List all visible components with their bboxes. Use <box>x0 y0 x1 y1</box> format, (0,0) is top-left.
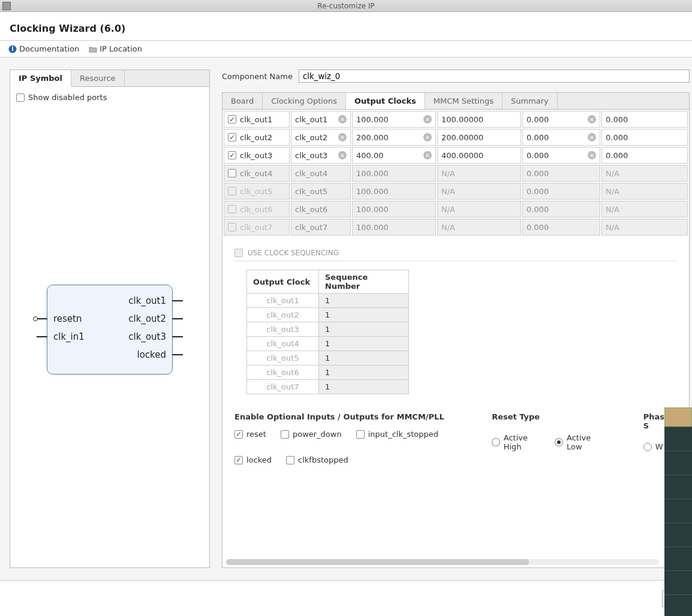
clk-actual-freq: N/A <box>441 169 455 178</box>
clear-icon[interactable]: ✕ <box>423 151 432 159</box>
optional-io-title: Enable Optional Inputs / Outputs for MMC… <box>234 412 456 421</box>
reset-label: reset <box>246 430 266 439</box>
clk-enable-checkbox <box>228 187 236 195</box>
tab-summary[interactable]: Summary <box>503 93 558 109</box>
clk-req-freq[interactable]: 400.00 <box>356 151 384 160</box>
output-clocks-table: clk_out1 clk_out1✕ 100.000✕ 100.00000 0.… <box>222 110 689 237</box>
component-name-input[interactable] <box>299 70 690 83</box>
clk-port[interactable]: clk_out1 <box>295 115 327 124</box>
clk-name: clk_out6 <box>240 205 272 214</box>
clk-duty: 0.000 <box>606 115 628 124</box>
show-disabled-ports-checkbox[interactable] <box>16 93 25 102</box>
clkfbstopped-checkbox[interactable] <box>286 456 294 464</box>
clk-actual-freq: 100.00000 <box>441 115 483 124</box>
seq-number: 1 <box>319 308 409 322</box>
active-high-label: Active High <box>504 433 547 451</box>
tab-board[interactable]: Board <box>222 93 263 109</box>
symbol-port-clk-out1: clk_out1 <box>128 295 166 306</box>
seq-clock-name: clk_out1 <box>247 294 319 308</box>
active-low-radio[interactable] <box>555 438 563 446</box>
active-high-radio[interactable] <box>492 438 500 446</box>
clear-icon[interactable]: ✕ <box>423 115 432 123</box>
clk-phase[interactable]: 0.000 <box>526 115 549 124</box>
tab-ip-symbol[interactable]: IP Symbol <box>10 70 71 87</box>
use-clock-sequencing-checkbox <box>234 249 243 257</box>
symbol-port-resetn: resetn <box>53 313 82 324</box>
phase-w-label: W <box>655 442 663 451</box>
tab-resource[interactable]: Resource <box>71 70 125 86</box>
config-tabs: Board Clocking Options Output Clocks MMC… <box>222 92 690 109</box>
clk-req-freq[interactable]: 200.000 <box>356 133 389 142</box>
svg-text:i: i <box>11 46 13 52</box>
power-down-checkbox[interactable] <box>281 430 289 439</box>
phase-w-radio[interactable] <box>643 443 652 451</box>
clear-icon[interactable]: ✕ <box>423 133 432 141</box>
clk-phase: 0.000 <box>526 223 549 232</box>
side-dock <box>664 407 692 616</box>
seq-number: 1 <box>319 380 409 394</box>
seq-number: 1 <box>319 366 409 380</box>
clk-name: clk_out1 <box>240 115 272 124</box>
clk-phase[interactable]: 0.000 <box>526 151 549 160</box>
clk-actual-freq: 400.00000 <box>441 151 483 160</box>
symbol-port-clk-in1: clk_in1 <box>53 331 85 342</box>
reset-checkbox[interactable] <box>234 430 243 439</box>
clk-req-freq: 100.000 <box>356 187 389 196</box>
clk-actual-freq: N/A <box>441 223 455 232</box>
dialog-footer: O <box>0 580 692 616</box>
clk-actual-freq: N/A <box>441 187 455 196</box>
clk-enable-checkbox[interactable] <box>228 115 236 123</box>
seq-number: 1 <box>319 322 409 337</box>
power-down-label: power_down <box>293 430 342 439</box>
info-icon: i <box>8 45 17 53</box>
clear-icon[interactable]: ✕ <box>588 115 596 123</box>
seq-number: 1 <box>319 294 409 308</box>
symbol-port-clk-out2: clk_out2 <box>128 313 166 324</box>
clear-icon[interactable]: ✕ <box>338 151 347 159</box>
seq-clock-name: clk_out7 <box>247 380 319 394</box>
clk-port: clk_out6 <box>295 205 327 214</box>
clk-duty: N/A <box>606 187 619 196</box>
clk-enable-checkbox[interactable] <box>228 169 236 177</box>
clk-name: clk_out7 <box>240 223 272 232</box>
seq-clock-name: clk_out2 <box>247 308 319 322</box>
tab-output-clocks[interactable]: Output Clocks <box>346 93 425 110</box>
input-clk-stopped-label: input_clk_stopped <box>368 430 438 439</box>
seq-clock-name: clk_out6 <box>247 366 319 380</box>
seq-number: 1 <box>319 351 409 366</box>
component-name-label: Component Name <box>222 72 293 81</box>
horizontal-scrollbar[interactable] <box>226 559 659 565</box>
seq-col-output-clock: Output Clock <box>247 270 319 294</box>
clk-port[interactable]: clk_out3 <box>295 151 327 160</box>
clear-icon[interactable]: ✕ <box>338 115 347 123</box>
clk-port[interactable]: clk_out2 <box>295 133 327 142</box>
clk-port: clk_out4 <box>295 169 327 178</box>
toolbar: i Documentation IP Location <box>0 41 692 58</box>
tab-clocking-options[interactable]: Clocking Options <box>263 93 346 109</box>
clk-phase: 0.000 <box>526 205 549 214</box>
left-panel: IP Symbol Resource Show disabled ports r… <box>10 70 210 568</box>
clk-actual-freq: 200.00000 <box>441 133 483 142</box>
clear-icon[interactable]: ✕ <box>338 133 347 141</box>
right-panel: Component Name Board Clocking Options Ou… <box>222 70 692 568</box>
page-title: Clocking Wizard (6.0) <box>0 12 692 41</box>
clk-phase[interactable]: 0.000 <box>526 133 549 142</box>
clk-duty: N/A <box>606 223 619 232</box>
ip-location-link[interactable]: IP Location <box>89 44 142 53</box>
input-clk-stopped-checkbox[interactable] <box>356 430 365 439</box>
clk-enable-checkbox[interactable] <box>228 133 236 141</box>
reset-type-title: Reset Type <box>492 412 607 421</box>
clear-icon[interactable]: ✕ <box>588 133 596 141</box>
seq-col-sequence-number: Sequence Number <box>319 270 409 294</box>
clk-phase: 0.000 <box>526 187 549 196</box>
clear-icon[interactable]: ✕ <box>588 151 596 159</box>
documentation-link[interactable]: i Documentation <box>8 44 79 53</box>
clk-req-freq: 100.000 <box>356 223 389 232</box>
clk-actual-freq: N/A <box>441 205 455 214</box>
clk-req-freq[interactable]: 100.000 <box>356 115 389 124</box>
locked-label: locked <box>246 455 272 464</box>
clk-enable-checkbox[interactable] <box>228 151 236 159</box>
locked-checkbox[interactable] <box>234 456 243 464</box>
clk-name: clk_out2 <box>240 133 272 142</box>
tab-mmcm-settings[interactable]: MMCM Settings <box>425 93 503 109</box>
